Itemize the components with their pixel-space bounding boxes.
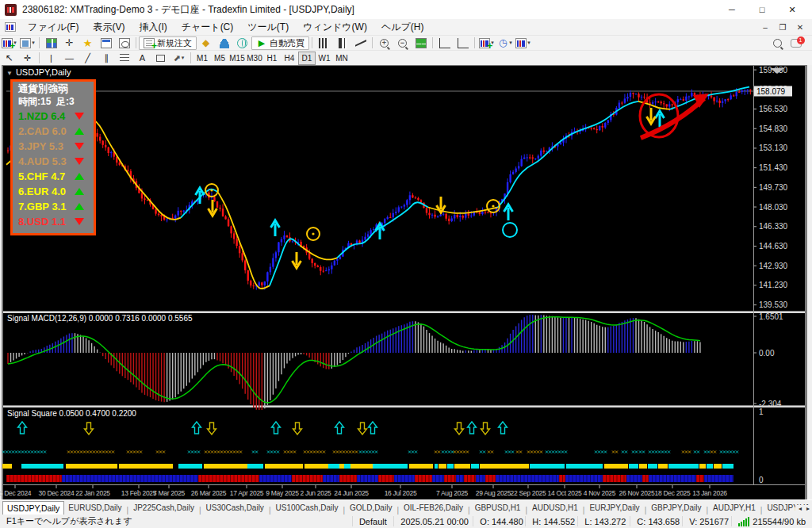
auto-scroll-button[interactable] (436, 36, 453, 50)
profiles-button-caret[interactable]: ▾ (32, 40, 35, 46)
mdi-restore-button[interactable]: ❐ (774, 21, 791, 33)
shapes-tool-button[interactable]: ⬈▾ (170, 52, 187, 65)
timeframe-button-w1[interactable]: W1 (316, 52, 333, 65)
chart-tab-0[interactable]: USDJPY,Daily (2, 501, 64, 515)
window-title: 23806182: XMTrading-Demo 3 - デモ口座 - Trad… (22, 3, 354, 17)
terminal-button[interactable] (98, 36, 114, 50)
mdi-minimize-button[interactable]: – (756, 21, 774, 33)
tab-scroll-left-icon[interactable]: ◂ (799, 505, 802, 512)
search-button[interactable] (769, 36, 786, 50)
cursor-tool-button[interactable]: ↖ (1, 52, 17, 65)
templates-button-caret[interactable]: ▾ (527, 40, 530, 46)
status-bar: F1キーでヘルプが表示されますDefault2025.05.21 00:00O:… (0, 515, 812, 528)
timeframe-button-m15[interactable]: M15 (228, 52, 246, 65)
zoom-in-button[interactable]: + (376, 36, 393, 50)
menu-item-3[interactable]: チャート(C) (174, 20, 241, 34)
timeframe-button-mn[interactable]: MN (333, 52, 350, 65)
strength-row-nzd: 1.NZD 6.4 (18, 109, 94, 124)
menu-item-1[interactable]: 表示(V) (86, 20, 132, 34)
fibonacci-tool-button[interactable] (116, 52, 132, 65)
new-order-icon (144, 38, 155, 48)
strategy-tester-button[interactable] (116, 36, 132, 50)
menu-item-4[interactable]: ツール(T) (240, 20, 296, 34)
svg-text:26 Nov 2025: 26 Nov 2025 (619, 489, 655, 497)
timeframe-button-m5[interactable]: M5 (211, 52, 228, 65)
new-chart-button[interactable]: ▾ (1, 36, 17, 50)
zoom-in-icon: + (380, 39, 389, 48)
mdi-close-button[interactable]: ✕ (791, 21, 809, 33)
mql5-button[interactable] (234, 36, 251, 50)
strength-row-aud: 4.AUD 5.3 (18, 154, 94, 169)
indicators-button-glyph (479, 38, 490, 48)
search-icon (773, 39, 782, 48)
svg-text:154.830: 154.830 (759, 124, 788, 133)
chart-tab-5[interactable]: GOLD,Daily (346, 501, 396, 515)
notifications-button[interactable]: 1 (787, 36, 804, 50)
chart-tab-8[interactable]: AUDUSD,H1 (528, 501, 582, 515)
zoom-out-icon: − (398, 39, 407, 48)
menu-item-5[interactable]: ウィンドウ(W) (296, 20, 374, 34)
svg-text:158.079: 158.079 (756, 87, 786, 96)
timeframe-button-m30[interactable]: M30 (246, 52, 263, 65)
collapse-triangle-icon[interactable]: ▼ (6, 70, 13, 77)
metaeditor-button[interactable]: ◆ (197, 36, 214, 50)
tab-scroll-right-icon[interactable]: ▸ (806, 505, 810, 512)
menu-item-6[interactable]: ヘルプ(H) (374, 20, 431, 34)
maximize-button[interactable]: □ (747, 0, 777, 19)
label-tool-button[interactable] (152, 52, 169, 65)
minimize-button[interactable]: ─ (717, 0, 747, 19)
navigator-button[interactable]: ★ (79, 36, 96, 50)
periods-caret[interactable]: ▾ (509, 40, 512, 46)
chart-canvas[interactable]: 159.930158.230156.530154.830153.130151.4… (0, 65, 812, 499)
chart-tab-9[interactable]: EURJPY,Daily (585, 501, 643, 515)
timeframe-button-d1[interactable]: D1 (298, 52, 316, 65)
chart-tab-2[interactable]: JP225Cash,Daily (129, 501, 198, 515)
menu-item-2[interactable]: 挿入(I) (132, 20, 174, 34)
svg-text:0.00: 0.00 (759, 349, 775, 358)
periods-button[interactable]: ◷▾ (496, 36, 513, 50)
channel-tool-button[interactable]: ∥ (98, 52, 114, 65)
svg-text:7 Mar 2025: 7 Mar 2025 (153, 489, 186, 497)
text-tool-button[interactable]: A (134, 52, 151, 65)
chart-tab-11[interactable]: AUDJPY,H1 (709, 501, 760, 515)
auto-trading-button[interactable]: ▶自動売買 (251, 36, 309, 50)
status-profile[interactable]: Default (352, 516, 393, 526)
chart-tab-10[interactable]: GBPJPY,Daily (647, 501, 705, 515)
profiles-button[interactable]: ▾ (19, 36, 36, 50)
candlestick-chart-button[interactable] (334, 36, 350, 50)
svg-text:153.130: 153.130 (759, 143, 788, 152)
svg-text:4 Nov 2025: 4 Nov 2025 (584, 489, 616, 497)
data-window-button[interactable]: ✛ (61, 36, 78, 50)
bar-chart-button[interactable] (316, 36, 332, 50)
chart-tab-3[interactable]: US30Cash,Daily (202, 501, 268, 515)
vertical-line-tool-button[interactable]: | (43, 52, 59, 65)
menu-item-0[interactable]: ファイル(F) (21, 20, 86, 34)
crosshair-tool-button[interactable]: ✛ (19, 52, 36, 65)
status-traffic: 215544/90 kb (731, 516, 812, 526)
data-window-icon: ✛ (64, 38, 75, 48)
chart-window-icon[interactable] (5, 22, 16, 32)
chart-tab-4[interactable]: US100Cash,Daily (271, 501, 342, 515)
up-triangle-icon (75, 203, 84, 210)
templates-button[interactable]: ▾ (515, 36, 531, 50)
market-watch-button[interactable] (43, 36, 59, 50)
community-button[interactable] (216, 36, 232, 50)
timeframe-button-m1[interactable]: M1 (193, 52, 211, 65)
trendline-tool-button[interactable]: ╱ (79, 52, 96, 65)
auto-scroll-button-glyph (439, 38, 450, 48)
chart-tab-7[interactable]: GBPUSD,H1 (471, 501, 525, 515)
tile-windows-button[interactable] (412, 36, 429, 50)
strength-row-usd: 8.USD 1.1 (18, 214, 94, 229)
close-button[interactable]: ✕ (777, 0, 807, 19)
chart-tab-6[interactable]: OIL-FEB26,Daily (400, 501, 467, 515)
indicators-button[interactable]: ▾ (478, 36, 495, 50)
timeframe-button-h4[interactable]: H4 (281, 52, 298, 65)
line-chart-button[interactable] (352, 36, 369, 50)
chart-tab-1[interactable]: EURUSD,Daily (64, 501, 125, 515)
timeframe-button-h1[interactable]: H1 (263, 52, 281, 65)
new-order-button[interactable]: 新規注文 (139, 36, 197, 50)
zoom-out-button[interactable]: − (394, 36, 411, 50)
svg-text:144.630: 144.630 (759, 242, 788, 251)
chart-shift-button[interactable] (454, 36, 471, 50)
horizontal-line-tool-button[interactable]: — (61, 52, 78, 65)
